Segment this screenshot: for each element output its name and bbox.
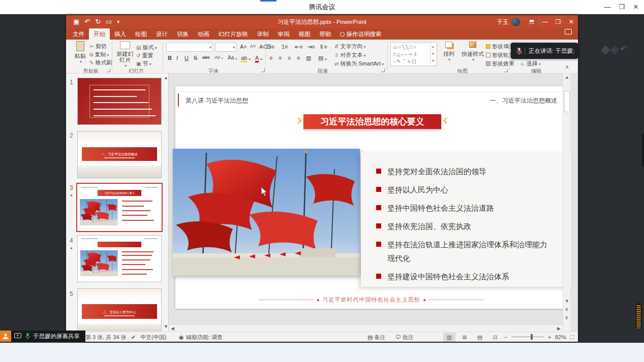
font-color-icon[interactable]: A⌄ (255, 55, 264, 61)
qat-customize-icon[interactable]: ▾ (117, 15, 119, 28)
ppt-restore-button[interactable]: ❒ (551, 15, 565, 28)
tab-slideshow[interactable]: 幻灯片放映 (214, 28, 253, 40)
scroll-right-icon[interactable]: ▶ (557, 326, 561, 331)
shape-effects-button[interactable]: 形状效果 (486, 60, 514, 68)
slide-thumbnail-1[interactable] (77, 78, 162, 125)
zoom-slider[interactable] (511, 337, 544, 337)
avatar[interactable] (511, 18, 520, 26)
line-spacing-icon[interactable]: ⇕≡ (319, 44, 327, 50)
cut-button[interactable]: ✂剪切 (89, 43, 106, 50)
align-right-icon[interactable]: ≡ (288, 55, 291, 61)
numbering-icon[interactable]: 1≡ (282, 44, 288, 50)
shape-gallery[interactable]: ▭○╲╲□○ □△⌐⌐⇨⇩ ⌂✎⌒∿{} ▴▾▾ (390, 42, 437, 66)
slide-horizontal-scrollbar[interactable]: ◀ ▶ (169, 324, 563, 332)
current-slide[interactable]: 第八讲 习近平法治思想 一、习近平法治思想概述 习近平法治思想的核心要义 坚持党… (175, 86, 567, 309)
select-button[interactable]: ▻选择▾ (521, 60, 541, 68)
format-painter-button[interactable]: ✎格式刷 (89, 59, 112, 67)
tab-transitions[interactable]: 切换 (172, 28, 193, 40)
align-text-button[interactable]: ⇳对齐文本▾ (334, 51, 365, 59)
text-direction-button[interactable]: ⇵文字方向▾ (334, 43, 365, 50)
save-icon[interactable]: ▣ (73, 15, 79, 28)
scroll-up-icon[interactable]: ▲ (565, 75, 569, 80)
edge-panel-handle[interactable] (642, 134, 644, 166)
strikethrough-button[interactable]: S (194, 55, 197, 61)
participant-avatar-icon[interactable] (0, 331, 11, 342)
smartart-button[interactable]: ⇄转换为 SmartArt▾ (334, 60, 384, 68)
start-slideshow-icon[interactable]: ▭ (106, 15, 112, 28)
justify-icon[interactable]: ≡ (297, 55, 300, 61)
subscript-icon[interactable]: abc (202, 55, 210, 60)
paragraph-dialog-launcher[interactable] (381, 69, 385, 72)
copy-button[interactable]: ⧉复制▾ (89, 51, 109, 58)
tab-design[interactable]: 设计 (151, 28, 172, 40)
view-slide-sorter-icon[interactable]: ⊞ (458, 333, 471, 342)
ribbon-display-options-icon[interactable]: ⬒ (525, 15, 538, 28)
minimize-button[interactable]: — (600, 0, 615, 14)
view-slideshow-icon[interactable]: ⊡ (489, 333, 501, 342)
char-spacing-icon[interactable]: AV⌄ (214, 55, 224, 60)
font-dialog-launcher[interactable] (261, 69, 265, 72)
tell-me-search[interactable]: 操作说明搜索 (336, 28, 386, 40)
tab-animations[interactable]: 动画 (193, 28, 214, 40)
thumb-scroll-up-icon[interactable]: ▲ (164, 75, 168, 80)
highlight-color-icon[interactable]: ab⌄ (241, 55, 252, 61)
slide-vertical-scrollbar[interactable]: ▲ ▼ ⇞ ⇟ (563, 74, 570, 332)
slide-thumbnail-2[interactable]: 一、习近平法治思想概述 (77, 131, 162, 178)
zoom-slider-thumb[interactable] (531, 334, 533, 340)
comments-button[interactable]: 🗩批注 (395, 332, 414, 342)
slide-thumbnail-3-selected[interactable]: 习近平法治思想的核心要义 (76, 183, 163, 232)
language-indicator[interactable]: 中文(中国) (140, 332, 166, 342)
layout-button[interactable]: ▤版式▾ (136, 44, 157, 51)
change-case-icon[interactable]: Aa⌄ (228, 55, 238, 60)
ppt-minimize-button[interactable]: — (538, 15, 551, 28)
thumb-scroll-down-icon[interactable]: ▼ (164, 324, 168, 329)
ppt-close-button[interactable]: ✕ (565, 15, 578, 28)
tab-review[interactable]: 审阅 (273, 28, 294, 40)
shape-fill-button[interactable]: 形状填充 (486, 43, 514, 50)
close-button[interactable]: ✕ (629, 0, 643, 14)
scroll-down-icon[interactable]: ▼ (565, 299, 569, 304)
zoom-out-icon[interactable]: − (504, 332, 507, 342)
underline-button[interactable]: U (185, 55, 189, 61)
shrink-font-icon[interactable]: A˅ (250, 44, 256, 49)
previous-slide-icon[interactable]: ⇞ (565, 307, 569, 312)
italic-button[interactable]: I (176, 55, 178, 61)
quick-styles-button[interactable]: 快速样式▾ (459, 42, 486, 63)
next-slide-icon[interactable]: ⇟ (565, 315, 569, 320)
tab-help[interactable]: 帮助 (315, 28, 336, 40)
columns-icon[interactable]: ▥ (306, 55, 311, 61)
align-center-icon[interactable]: ≡ (279, 55, 282, 61)
drawing-dialog-launcher[interactable] (504, 69, 508, 72)
undo-icon[interactable]: ↶ (84, 15, 90, 28)
bullets-icon[interactable]: •≡ (269, 44, 274, 50)
align-left-icon[interactable]: ≡ (269, 55, 272, 61)
table-cell-icon[interactable]: ▤⌄ (318, 55, 328, 61)
shape-outline-button[interactable]: 形状轮廓 (486, 51, 514, 59)
zoom-level[interactable]: 82% (555, 332, 566, 342)
view-reading-icon[interactable]: ▤ (474, 333, 486, 342)
fit-slide-icon[interactable]: ⛶ (570, 332, 574, 342)
comments-icon[interactable] (565, 29, 572, 35)
scroll-left-icon[interactable]: ◀ (171, 326, 174, 331)
zoom-in-icon[interactable]: + (548, 332, 551, 342)
meeting-scrollbar[interactable] (636, 304, 641, 329)
tab-view[interactable]: 视图 (294, 28, 315, 40)
scrollbar-thumb[interactable] (564, 91, 570, 112)
font-size-select[interactable]: ▾ (215, 43, 236, 52)
grow-font-icon[interactable]: A˄ (240, 44, 247, 50)
restore-button[interactable]: ❒ (615, 0, 629, 14)
paste-button[interactable]: 粘贴▾ (71, 41, 89, 65)
slide-thumbnail-5[interactable]: 二、坚持以人民为中心 (77, 288, 162, 332)
collapse-ribbon-button[interactable]: ∧ (565, 64, 569, 70)
tab-record[interactable]: 录制 (253, 28, 273, 40)
decrease-indent-icon[interactable]: ⇤≡ (295, 44, 303, 50)
shape-gallery-scroll[interactable]: ▴▾▾ (431, 43, 436, 65)
tab-draw[interactable]: 绘图 (131, 28, 151, 40)
reset-button[interactable]: ↺重置 (136, 52, 153, 59)
notes-button[interactable]: ▤备注 (367, 332, 385, 342)
increase-indent-icon[interactable]: ⇥≡ (307, 44, 315, 50)
new-slide-button[interactable]: 新建幻灯片▾ (114, 41, 136, 69)
section-button[interactable]: ▣节▾ (136, 60, 151, 68)
spellcheck-icon[interactable]: ✔ (131, 332, 136, 342)
tab-insert[interactable]: 插入 (110, 28, 131, 40)
